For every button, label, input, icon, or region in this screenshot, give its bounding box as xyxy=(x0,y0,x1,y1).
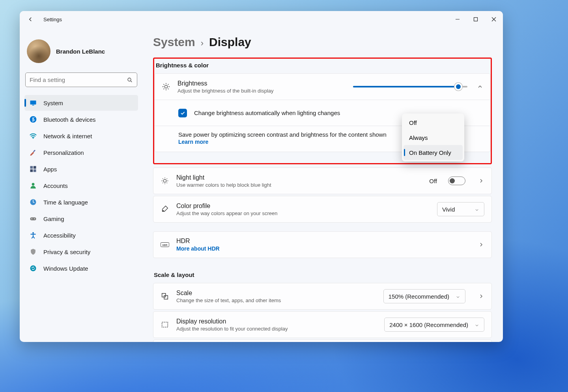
sidebar-item-label: Accounts xyxy=(43,182,68,189)
user-profile[interactable]: Brandon LeBlanc xyxy=(24,32,138,67)
night-light-title: Night light xyxy=(176,174,422,181)
svg-rect-26 xyxy=(164,295,168,299)
sidebar: Brandon LeBlanc System Bluetooth & devic… xyxy=(20,28,142,342)
sidebar-item-bluetooth[interactable]: Bluetooth & devices xyxy=(24,111,138,127)
close-button[interactable] xyxy=(485,11,503,28)
sidebar-item-label: Accessibility xyxy=(43,232,76,239)
svg-text:HDR: HDR xyxy=(163,244,168,246)
apps-icon xyxy=(29,165,37,173)
svg-rect-25 xyxy=(162,294,166,297)
sidebar-item-personalization[interactable]: Personalization xyxy=(24,145,138,160)
svg-rect-12 xyxy=(34,169,36,172)
page-title: Display xyxy=(209,35,251,49)
paintbrush-icon xyxy=(29,149,37,156)
svg-point-17 xyxy=(34,218,35,219)
svg-point-16 xyxy=(32,218,32,219)
chevron-right-icon[interactable] xyxy=(478,178,484,184)
avatar xyxy=(27,39,50,63)
sidebar-item-apps[interactable]: Apps xyxy=(24,161,138,177)
shield-icon xyxy=(29,248,37,256)
brightness-sub: Adjust the brightness of the built-in di… xyxy=(178,88,346,94)
svg-point-7 xyxy=(33,138,34,139)
night-light-toggle[interactable] xyxy=(448,176,465,185)
clock-globe-icon xyxy=(29,198,37,206)
monitor-icon xyxy=(29,99,37,107)
resolution-select[interactable]: 2400 × 1600 (Recommended) xyxy=(384,318,484,332)
resolution-card[interactable]: Display resolution Adjust the resolution… xyxy=(153,311,492,338)
chevron-right-icon[interactable] xyxy=(478,293,484,299)
svg-point-22 xyxy=(163,210,164,211)
sidebar-item-update[interactable]: Windows Update xyxy=(24,260,138,276)
svg-rect-27 xyxy=(162,322,168,327)
orientation-card[interactable]: Display orientation Landscape xyxy=(153,340,492,342)
sidebar-item-gaming[interactable]: Gaming xyxy=(24,211,138,227)
chevron-up-icon[interactable] xyxy=(477,84,483,90)
scale-card[interactable]: Scale Change the size of text, apps, and… xyxy=(153,283,492,310)
svg-rect-15 xyxy=(30,217,36,221)
menu-option-always[interactable]: Always xyxy=(404,130,463,145)
slider-thumb[interactable] xyxy=(454,83,462,91)
nav: System Bluetooth & devices Network & int… xyxy=(24,95,138,276)
svg-point-6 xyxy=(30,116,37,123)
resolution-title: Display resolution xyxy=(176,318,377,325)
sidebar-item-system[interactable]: System xyxy=(24,95,138,111)
learn-more-link[interactable]: Learn more xyxy=(178,139,208,145)
night-light-card[interactable]: Night light Use warmer colors to help bl… xyxy=(153,167,492,194)
back-button[interactable] xyxy=(27,16,34,23)
svg-rect-4 xyxy=(30,100,36,104)
minimize-button[interactable] xyxy=(448,11,467,28)
resolution-sub: Adjust the resolution to fit your connec… xyxy=(176,326,377,332)
sidebar-item-label: Bluetooth & devices xyxy=(43,116,96,123)
svg-rect-11 xyxy=(30,169,33,172)
sidebar-item-accounts[interactable]: Accounts xyxy=(24,178,138,193)
breadcrumb-parent[interactable]: System xyxy=(153,35,195,49)
sidebar-item-label: Gaming xyxy=(43,216,64,222)
hdr-icon: HDR xyxy=(161,240,169,249)
content-adaptive-menu[interactable]: Off Always On Battery Only xyxy=(402,113,464,162)
menu-option-battery[interactable]: On Battery Only xyxy=(404,145,463,160)
wifi-icon xyxy=(29,132,37,140)
sidebar-item-network[interactable]: Network & internet xyxy=(24,128,138,144)
scale-icon xyxy=(161,292,169,301)
color-profile-icon xyxy=(161,205,169,214)
sidebar-item-privacy[interactable]: Privacy & security xyxy=(24,244,138,260)
sidebar-item-label: Time & language xyxy=(43,199,88,206)
svg-point-18 xyxy=(32,232,34,234)
scale-title: Scale xyxy=(176,290,376,297)
gamepad-icon xyxy=(29,215,37,223)
search-icon xyxy=(127,77,133,83)
accessibility-icon xyxy=(29,231,37,239)
svg-rect-9 xyxy=(30,166,33,169)
titlebar: Settings xyxy=(20,11,503,28)
night-light-state-label: Off xyxy=(429,178,437,184)
app-title: Settings xyxy=(43,17,62,22)
scale-select[interactable]: 150% (Recommended) xyxy=(383,289,465,303)
user-name: Brandon LeBlanc xyxy=(56,48,105,55)
brightness-row[interactable]: Brightness Adjust the brightness of the … xyxy=(155,74,490,100)
color-profile-card[interactable]: Color profile Adjust the way colors appe… xyxy=(153,196,492,223)
svg-rect-10 xyxy=(34,166,36,169)
svg-point-2 xyxy=(128,78,131,81)
svg-point-21 xyxy=(163,179,166,182)
menu-option-off[interactable]: Off xyxy=(404,115,463,130)
auto-brightness-checkbox[interactable] xyxy=(178,109,187,117)
sidebar-item-accessibility[interactable]: Accessibility xyxy=(24,227,138,243)
brightness-slider[interactable] xyxy=(353,86,467,87)
hdr-link[interactable]: More about HDR xyxy=(176,245,220,252)
night-light-sub: Use warmer colors to help block blue lig… xyxy=(176,182,422,188)
resolution-icon xyxy=(161,320,169,329)
chevron-down-icon xyxy=(475,322,479,327)
search-box[interactable] xyxy=(25,72,137,87)
color-profile-select[interactable]: Vivid xyxy=(437,202,484,216)
svg-rect-5 xyxy=(32,105,34,106)
sidebar-item-time-language[interactable]: Time & language xyxy=(24,194,138,210)
breadcrumb: System › Display xyxy=(153,35,492,49)
update-icon xyxy=(29,264,37,272)
hdr-card[interactable]: HDR HDR More about HDR xyxy=(153,231,492,258)
section-header-brightness: Brightness & color xyxy=(154,59,491,73)
sidebar-item-label: Windows Update xyxy=(43,265,88,272)
chevron-right-icon[interactable] xyxy=(478,242,484,248)
search-input[interactable] xyxy=(30,76,127,83)
maximize-button[interactable] xyxy=(467,11,485,28)
person-icon xyxy=(29,182,37,189)
